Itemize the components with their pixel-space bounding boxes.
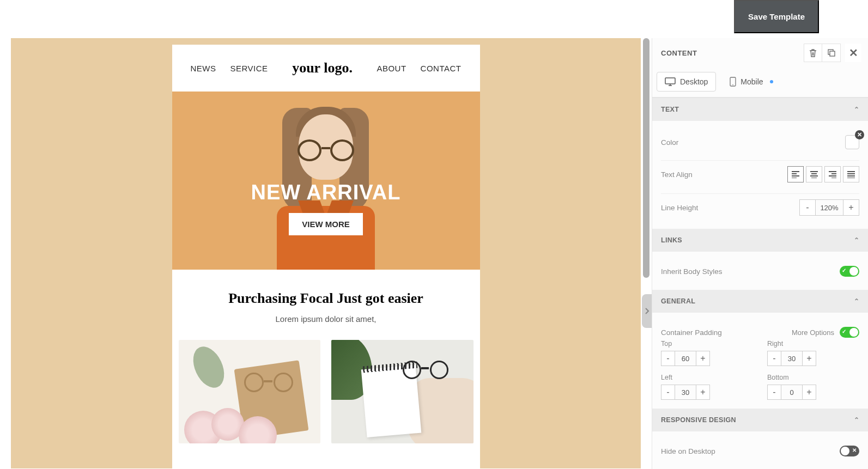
line-height-decrease[interactable]: - (799, 199, 816, 216)
padding-bottom-value[interactable]: 0 (781, 385, 802, 400)
copy-icon (828, 49, 835, 57)
padding-top-value[interactable]: 60 (675, 351, 696, 366)
properties-sidebar: CONTENT ✕ Desktop Mobile (652, 38, 868, 469)
logo-text[interactable]: your logo. (292, 60, 353, 76)
chevron-up-icon: ⌃ (854, 297, 859, 305)
email-nav: NEWS SERVICE your logo. ABOUT CONTACT (172, 45, 480, 92)
duplicate-button[interactable] (822, 44, 841, 62)
chevron-up-icon: ⌃ (854, 236, 859, 244)
sidebar-title: CONTENT (661, 49, 697, 57)
nav-contact[interactable]: CONTACT (421, 64, 462, 73)
email-outer-bg[interactable]: NEWS SERVICE your logo. ABOUT CONTACT (11, 38, 641, 468)
hero-title[interactable]: NEW ARRIVAL (251, 181, 401, 204)
mobile-indicator-dot (770, 80, 773, 83)
mobile-icon (730, 77, 736, 87)
svg-point-4 (733, 84, 734, 86)
product-row[interactable] (172, 340, 480, 443)
padding-bottom-inc[interactable]: + (802, 385, 816, 400)
padding-top-inc[interactable]: + (696, 351, 710, 366)
line-height-stepper: - 120% + (799, 199, 859, 216)
hero-block[interactable]: NEW ARRIVAL VIEW MORE (172, 92, 480, 270)
chevron-right-icon (644, 307, 650, 315)
container-padding-label: Container Padding (661, 328, 722, 337)
delete-button[interactable] (804, 44, 822, 62)
align-justify-icon (847, 170, 855, 178)
tab-mobile-label: Mobile (740, 77, 763, 86)
align-right-icon (828, 170, 837, 178)
inherit-body-toggle[interactable]: ✓ (840, 266, 859, 277)
line-height-value[interactable]: 120% (816, 199, 843, 216)
padding-left-value[interactable]: 30 (675, 385, 696, 400)
section-text-title: TEXT (661, 106, 679, 113)
product-image-1[interactable] (179, 340, 321, 443)
chevron-up-icon: ⌃ (854, 106, 859, 113)
padding-left-dec[interactable]: - (661, 385, 675, 400)
email-template[interactable]: NEWS SERVICE your logo. ABOUT CONTACT (172, 45, 480, 468)
line-height-label: Line Height (661, 204, 698, 212)
section-general-title: GENERAL (661, 297, 695, 305)
align-center-button[interactable] (806, 166, 822, 182)
chevron-up-icon: ⌃ (854, 416, 859, 424)
line-height-increase[interactable]: + (843, 199, 859, 216)
padding-left-inc[interactable]: + (696, 385, 710, 400)
close-button[interactable]: ✕ (845, 44, 861, 62)
sidebar-collapse-handle[interactable] (642, 294, 652, 328)
padding-top-label: Top (661, 340, 753, 348)
hide-desktop-label: Hide on Desktop (661, 447, 715, 455)
align-left-icon (791, 170, 800, 178)
align-right-button[interactable] (824, 166, 841, 182)
canvas-scrollbar[interactable] (643, 38, 651, 468)
save-template-button[interactable]: Save Template (734, 0, 819, 33)
padding-bottom-label: Bottom (767, 374, 859, 381)
more-options-label: More Options (792, 328, 834, 337)
text-align-label: Text Align (661, 170, 693, 179)
hero-cta-button[interactable]: VIEW MORE (289, 213, 363, 235)
tab-mobile[interactable]: Mobile (721, 72, 781, 92)
padding-right-label: Right (767, 340, 859, 348)
nav-service[interactable]: SERVICE (230, 64, 268, 73)
padding-top-dec[interactable]: - (661, 351, 675, 366)
padding-right-dec[interactable]: - (767, 351, 781, 366)
padding-right-inc[interactable]: + (802, 351, 816, 366)
hide-desktop-toggle[interactable]: ✕ (840, 446, 859, 456)
section-links-header[interactable]: LINKS ⌃ (652, 229, 868, 252)
text-align-group (787, 166, 859, 182)
scrollbar-thumb[interactable] (643, 38, 650, 278)
trash-icon (809, 48, 817, 57)
section-responsive-title: RESPONSIVE DESIGN (661, 416, 736, 424)
canvas-area: NEWS SERVICE your logo. ABOUT CONTACT (0, 38, 652, 469)
inherit-body-label: Inherit Body Styles (661, 267, 723, 276)
product-image-2[interactable] (331, 340, 474, 443)
desktop-icon (665, 77, 676, 86)
padding-right-value[interactable]: 30 (781, 351, 802, 366)
color-label: Color (661, 138, 678, 147)
text-section[interactable]: Purchasing Focal Just got easier Lorem i… (172, 270, 480, 340)
align-left-button[interactable] (787, 166, 804, 182)
align-center-icon (810, 170, 818, 178)
padding-bottom-dec[interactable]: - (767, 385, 781, 400)
nav-news[interactable]: NEWS (191, 64, 216, 73)
align-justify-button[interactable] (843, 166, 859, 182)
svg-rect-1 (830, 51, 835, 56)
svg-rect-2 (665, 78, 675, 84)
nav-about[interactable]: ABOUT (377, 64, 406, 73)
section-links-title: LINKS (661, 236, 682, 244)
canvas-checkered-bg: NEWS SERVICE your logo. ABOUT CONTACT (11, 38, 641, 468)
section-text-header[interactable]: TEXT ⌃ (652, 98, 868, 121)
section-subtext[interactable]: Lorem ipsum dolor sit amet, (183, 314, 469, 324)
more-options-toggle[interactable]: ✓ (840, 327, 859, 338)
section-responsive-header[interactable]: RESPONSIVE DESIGN ⌃ (652, 409, 868, 431)
close-icon: ✕ (849, 46, 858, 59)
tab-desktop[interactable]: Desktop (657, 72, 716, 92)
tab-desktop-label: Desktop (680, 77, 708, 86)
section-heading[interactable]: Purchasing Focal Just got easier (183, 290, 469, 307)
color-clear-button[interactable]: ✕ (855, 130, 864, 139)
padding-left-label: Left (661, 374, 753, 381)
section-general-header[interactable]: GENERAL ⌃ (652, 290, 868, 313)
